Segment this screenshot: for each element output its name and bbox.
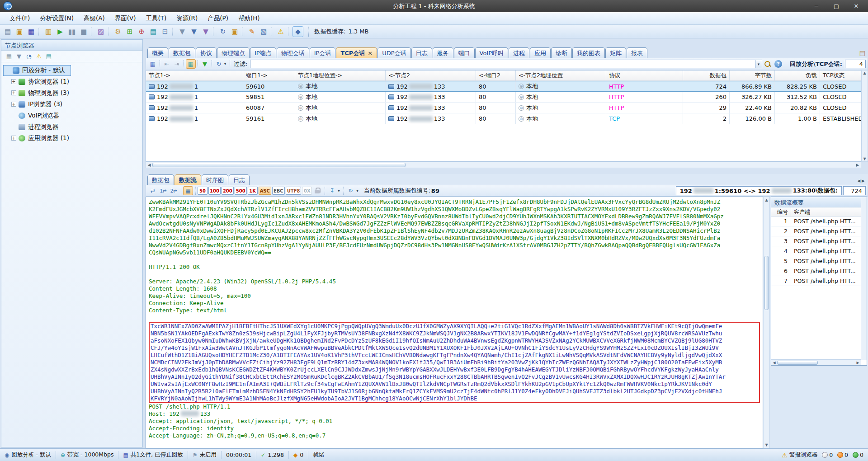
- packet-list-icon[interactable]: ▤: [148, 26, 159, 37]
- summary-col-client[interactable]: 客户端: [791, 207, 867, 216]
- stream-vertical-scrollbar[interactable]: ▲ ▼: [763, 197, 770, 448]
- tree-voip-explorer[interactable]: VoIP浏览器: [9, 110, 141, 121]
- maximize-button[interactable]: ▢: [826, 0, 846, 12]
- table-row[interactable]: 1921 59161 ⊕本地 192133 80 ⊕本地 TCP 2 126.0…: [146, 113, 868, 124]
- tab-tcp-sessions[interactable]: TCP会话×: [336, 47, 377, 58]
- separator[interactable]: [172, 27, 175, 36]
- summary-row[interactable]: 7 POST /shell.php HTT...: [771, 276, 867, 286]
- alarm-explorer-label[interactable]: 警报浏览器: [789, 451, 818, 459]
- stream-option-chip[interactable]: 500: [235, 187, 247, 195]
- summary-row[interactable]: 2 POST /shell.php HTT...: [771, 226, 867, 236]
- lock-icon[interactable]: [315, 188, 320, 194]
- tab-services[interactable]: 服务: [433, 47, 453, 58]
- menu-products[interactable]: 产品(P): [203, 13, 233, 24]
- stream-tab-time-sequence[interactable]: 时序图: [202, 174, 228, 185]
- stop-replay-icon[interactable]: ■: [78, 26, 89, 37]
- tab-matrix[interactable]: 矩阵: [605, 47, 626, 58]
- tree-protocol-explorer[interactable]: + 协议浏览器 (1): [9, 76, 141, 87]
- tab-diagnosis[interactable]: 诊断: [551, 47, 572, 58]
- add-chart-icon[interactable]: ◔: [24, 52, 34, 61]
- tree-ip-explorer[interactable]: + IP浏览器 (3): [9, 99, 141, 110]
- summary-row[interactable]: 3 POST /shell.php HTT...: [771, 236, 867, 246]
- tab-protocols[interactable]: 协议: [196, 47, 217, 58]
- summary-row[interactable]: 1 POST /shell.php HTT...: [771, 216, 867, 226]
- stream-option-chip[interactable]: 100: [208, 187, 221, 195]
- expand-icon[interactable]: +: [11, 102, 16, 107]
- summary-row[interactable]: 5 POST /shell.php HTT...: [771, 256, 867, 266]
- open-folder-icon[interactable]: ▥: [43, 26, 54, 37]
- menu-resources[interactable]: 资源(R): [171, 13, 203, 24]
- stream-tab-packets[interactable]: 数据包: [147, 174, 174, 185]
- tab-packets[interactable]: 数据包: [169, 47, 195, 58]
- minimize-button[interactable]: ─: [807, 0, 826, 12]
- menu-view[interactable]: 界面(V): [110, 13, 141, 24]
- column-header[interactable]: TCP状态: [820, 71, 868, 80]
- summary-horizontal-scrollbar[interactable]: ◀▶: [771, 359, 861, 365]
- separator[interactable]: [213, 27, 216, 36]
- analysis-profile-icon[interactable]: ▨: [95, 26, 106, 37]
- tab-my-charts[interactable]: 我的图表: [572, 47, 605, 58]
- menu-analysis-settings[interactable]: 分析设置(N): [35, 13, 79, 24]
- table-horizontal-scrollbar[interactable]: ◀ ▶: [146, 162, 861, 168]
- search-icon[interactable]: [763, 60, 772, 69]
- table-row[interactable]: 1921 59610 ⊕本地 192133 80 ⊕本地 HTTP 724 86…: [146, 81, 868, 92]
- tab-ip-endpoints[interactable]: IP端点: [250, 47, 276, 58]
- separator[interactable]: [38, 27, 41, 36]
- tab-scroll-arrows[interactable]: ◀▶: [857, 179, 866, 183]
- expand-icon[interactable]: [5, 68, 10, 73]
- tab-applications[interactable]: 应用: [530, 47, 551, 58]
- stream-option-chip[interactable]: 1K: [248, 187, 258, 195]
- add-filter-icon[interactable]: ▼: [14, 52, 24, 61]
- table-row[interactable]: 1921 60087 ⊕本地 192133 80 ⊕本地 HTTP 29 22.…: [146, 103, 868, 113]
- stream-option-chip[interactable]: 200: [222, 187, 234, 195]
- tree-physical-explorer[interactable]: + 物理浏览器 (3): [9, 87, 141, 99]
- menu-file[interactable]: 文件(F): [5, 13, 35, 24]
- table-row[interactable]: 1921 59851 ⊕本地 192133 80 ⊕本地 HTTP 260 32…: [146, 92, 868, 103]
- refresh-dropdown-icon[interactable]: ▾: [224, 62, 226, 66]
- filter-chart-icon[interactable]: ▼: [200, 26, 211, 37]
- close-tab-icon[interactable]: ×: [368, 50, 373, 56]
- tree-process-explorer[interactable]: 进程浏览器: [9, 121, 141, 132]
- expand-icon[interactable]: +: [11, 136, 16, 141]
- security-shield-icon[interactable]: ◆: [292, 26, 303, 37]
- add-packet-file-icon[interactable]: ⊕: [136, 26, 147, 37]
- column-header[interactable]: <-节点2地理位置: [516, 71, 606, 80]
- separator[interactable]: [108, 27, 111, 36]
- both-directions-icon[interactable]: ⇄: [148, 186, 158, 195]
- refresh-icon[interactable]: ↻: [217, 26, 228, 37]
- stream-tab-data-flow[interactable]: 数据流: [175, 174, 201, 185]
- pause-replay-icon[interactable]: ▮▮: [66, 26, 77, 37]
- tab-physical-sessions[interactable]: 物理会话: [277, 47, 309, 58]
- column-header[interactable]: 协议: [606, 71, 683, 80]
- summary-row[interactable]: 4 POST /shell.php HTT...: [771, 246, 867, 256]
- column-header[interactable]: 端口1->: [243, 71, 295, 80]
- scrollbar-thumb[interactable]: [764, 256, 769, 310]
- stream-option-chip[interactable]: UTF8: [286, 187, 302, 195]
- column-header[interactable]: 字节数: [730, 71, 775, 80]
- save-icon[interactable]: ▦: [26, 26, 37, 37]
- column-header[interactable]: 节点1地理位置->: [295, 71, 386, 80]
- separator[interactable]: [288, 27, 291, 36]
- expand-icon[interactable]: +: [11, 90, 16, 95]
- prev-bookmark-icon[interactable]: ⇤: [162, 59, 172, 69]
- summary-vertical-scrollbar[interactable]: [861, 197, 867, 360]
- tab-summary[interactable]: 概要: [147, 47, 168, 58]
- tab-udp-sessions[interactable]: UDP会话: [377, 47, 410, 58]
- summary-row[interactable]: 6 POST /shell.php HTT...: [771, 266, 867, 276]
- node1-to-node2-icon[interactable]: 1⇄: [158, 186, 168, 195]
- log-note-icon[interactable]: ▧: [258, 26, 269, 37]
- menu-tools[interactable]: 工具(T): [141, 13, 172, 24]
- refresh-stream-icon[interactable]: ↻: [345, 186, 355, 195]
- analysis-settings-icon[interactable]: ⚙: [113, 26, 123, 37]
- expand-icon[interactable]: [11, 113, 16, 118]
- add-alarm-icon[interactable]: ⚠: [34, 52, 44, 61]
- stream-option-chip[interactable]: 0X: [302, 187, 312, 195]
- column-header[interactable]: 节点1->: [146, 71, 243, 80]
- next-bookmark-icon[interactable]: ⇥: [172, 59, 182, 69]
- column-header[interactable]: <-节点2: [386, 71, 476, 80]
- tab-processes[interactable]: 进程: [509, 47, 529, 58]
- menu-help[interactable]: 帮助(H): [233, 13, 265, 24]
- report-note-icon[interactable]: ▤: [859, 49, 865, 56]
- filter-dropdown-icon[interactable]: ▾: [755, 60, 762, 68]
- tab-physical-endpoints[interactable]: 物理端点: [217, 47, 250, 58]
